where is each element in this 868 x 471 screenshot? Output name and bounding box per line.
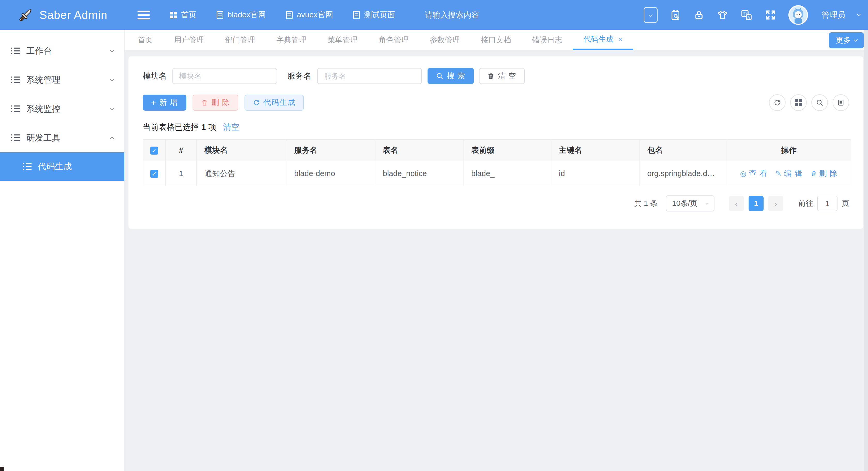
data-table: ✓ # 模块名 服务名 表名 表前缀 主键名 包名 操作 ✓ 1 通知公告 bl…: [143, 139, 851, 186]
close-tab-icon[interactable]: ×: [618, 35, 623, 44]
code-generate-button[interactable]: 代码生成: [245, 95, 304, 111]
global-search-input[interactable]: [425, 10, 533, 20]
cell-package: org.springblade.desk...: [640, 161, 727, 186]
tab-dict-management[interactable]: 字典管理: [266, 30, 317, 50]
vertical-scrollbar[interactable]: [864, 30, 868, 471]
language-translate-icon[interactable]: 中 A: [740, 9, 753, 21]
content-card: 模块名 服务名 搜 索 清 空 + 新 增: [128, 56, 863, 229]
document-icon: [217, 11, 223, 19]
total-count: 共 1 条: [634, 198, 658, 209]
tab-code-generation-active[interactable]: 代码生成 ×: [573, 30, 633, 50]
select-all-checkbox[interactable]: ✓: [150, 147, 158, 155]
edit-link[interactable]: ✎ 编 辑: [775, 168, 803, 179]
tab-role-management[interactable]: 角色管理: [368, 30, 419, 50]
service-name-input[interactable]: [317, 68, 422, 84]
trash-icon: [201, 99, 208, 106]
fullscreen-icon[interactable]: [765, 9, 776, 21]
topnav-item-bladex[interactable]: bladex官网: [217, 9, 266, 20]
top-navigation: 首页 bladex官网 avuex官网 测试页面: [150, 9, 395, 20]
bottom-corner-block: [0, 467, 4, 471]
topnav-item-testpage[interactable]: 测试页面: [353, 9, 395, 20]
tab-menu-management[interactable]: 菜单管理: [317, 30, 368, 50]
clear-button[interactable]: 清 空: [479, 68, 525, 84]
eye-icon: ◎: [740, 169, 747, 178]
sidebar-item-code-generation-active[interactable]: 代码生成: [0, 152, 124, 181]
tab-api-docs[interactable]: 接口文档: [470, 30, 522, 50]
selection-info: 当前表格已选择 1 项 清空: [143, 122, 849, 133]
sidebar-item-system-management[interactable]: 系统管理: [0, 65, 124, 94]
tab-param-management[interactable]: 参数管理: [419, 30, 470, 50]
tab-user-management[interactable]: 用户管理: [163, 30, 215, 50]
plus-icon: +: [151, 98, 156, 108]
debug-tool-icon[interactable]: [670, 9, 681, 21]
trash-icon: [810, 170, 817, 177]
refresh-icon: [253, 99, 260, 106]
svg-text:A: A: [747, 15, 750, 20]
goto-page-input[interactable]: [817, 196, 837, 211]
theme-tshirt-icon[interactable]: [716, 9, 728, 21]
tab-home[interactable]: 首页: [127, 30, 163, 50]
page-size-select[interactable]: 10条/页: [666, 195, 714, 212]
table-row: ✓ 1 通知公告 blade-demo blade_notice blade_ …: [143, 161, 851, 186]
tab-dept-management[interactable]: 部门管理: [215, 30, 266, 50]
col-service: 服务名: [286, 139, 375, 161]
cell-service: blade-demo: [286, 161, 375, 186]
chevron-down-icon: [110, 106, 114, 110]
top-dropdown-box-icon[interactable]: [644, 7, 658, 23]
cell-index: 1: [166, 161, 197, 186]
grid-view-button[interactable]: [790, 94, 807, 111]
search-toggle-button[interactable]: [811, 94, 828, 111]
table-toolbar: [769, 94, 849, 111]
app-logo: Saber Admin: [0, 0, 125, 30]
user-menu-chevron-down-icon[interactable]: [857, 12, 861, 16]
module-name-input[interactable]: [173, 68, 277, 84]
pencil-icon: ✎: [775, 169, 782, 178]
lock-icon[interactable]: [693, 9, 705, 21]
col-table: 表名: [375, 139, 463, 161]
tag-tabbar: 首页 用户管理 部门管理 字典管理 菜单管理 角色管理 参数管理 接口文档 错误…: [125, 30, 868, 51]
collapse-menu-icon[interactable]: [137, 10, 150, 20]
sidebar-item-workbench[interactable]: 工作台: [0, 36, 124, 65]
goto-label: 前往: [798, 198, 813, 209]
clear-selection-link[interactable]: 清空: [223, 122, 239, 133]
row-checkbox[interactable]: ✓: [150, 170, 158, 178]
module-name-label: 模块名: [143, 70, 167, 82]
column-settings-button[interactable]: [833, 94, 849, 111]
refresh-button[interactable]: [769, 94, 785, 111]
document-icon: [353, 11, 360, 19]
global-search: [425, 10, 533, 20]
delete-button[interactable]: 删 除: [193, 95, 238, 111]
cell-pk: id: [551, 161, 640, 186]
table-header-row: ✓ # 模块名 服务名 表名 表前缀 主键名 包名 操作: [143, 139, 851, 161]
page-1-button[interactable]: 1: [749, 196, 764, 211]
topnav-item-home[interactable]: 首页: [170, 9, 196, 20]
sidebar-item-system-monitor[interactable]: 系统监控: [0, 94, 124, 123]
grid-icon: [170, 12, 177, 18]
chevron-down-icon: [110, 48, 114, 52]
col-pk: 主键名: [551, 139, 640, 161]
row-delete-link[interactable]: 删 除: [810, 168, 838, 179]
user-name[interactable]: 管理员: [822, 9, 845, 21]
col-prefix: 表前缀: [463, 139, 551, 161]
sidebar: 工作台 系统管理 系统监控 研发工具 代码生成: [0, 30, 125, 471]
view-link[interactable]: ◎ 查 看: [740, 168, 768, 179]
sidebar-item-dev-tools[interactable]: 研发工具: [0, 123, 124, 152]
col-operations: 操作: [727, 139, 851, 161]
search-icon: [436, 72, 443, 80]
action-row: + 新 增 删 除 代码生成: [143, 94, 849, 111]
topbar: Saber Admin 首页 bladex官网 avuex官网 测试页面: [0, 0, 868, 30]
next-page-button[interactable]: ›: [768, 196, 783, 211]
user-avatar[interactable]: [788, 5, 808, 25]
filter-row: 模块名 服务名 搜 索 清 空: [143, 68, 849, 84]
prev-page-button[interactable]: ‹: [729, 196, 744, 211]
add-button[interactable]: + 新 增: [143, 95, 186, 111]
search-button[interactable]: 搜 索: [428, 68, 474, 84]
list-icon: [23, 163, 32, 170]
refresh-icon: [773, 99, 781, 106]
tab-error-log[interactable]: 错误日志: [522, 30, 573, 50]
more-tabs-button[interactable]: 更多: [829, 32, 864, 48]
col-index: #: [166, 139, 197, 161]
topnav-item-avuex[interactable]: avuex官网: [286, 9, 333, 20]
app-title: Saber Admin: [39, 8, 107, 22]
list-icon: [11, 134, 20, 141]
